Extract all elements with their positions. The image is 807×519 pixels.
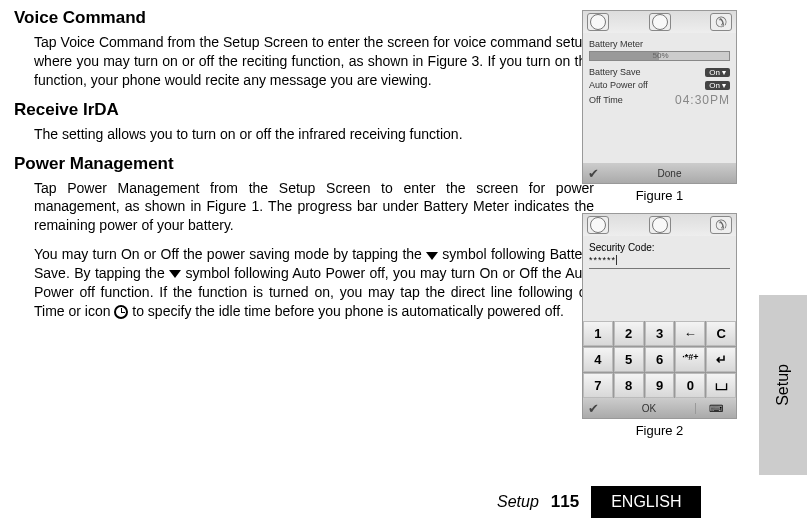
figure-2-caption: Figure 2 [582,423,737,438]
figure-2-phone: ✆ Security Code: ****** 1 2 3 ← C 4 5 6 … [582,213,737,419]
call-icon[interactable]: ✆ [710,216,732,234]
figure-1-caption: Figure 1 [582,188,737,203]
key-0[interactable]: 0 [675,373,705,398]
security-code-label: Security Code: [589,242,730,253]
face-icon[interactable] [649,216,671,234]
power-management-paragraph-1: Tap Power Management from the Setup Scre… [34,179,594,236]
key-backspace[interactable]: ← [675,321,705,346]
battery-meter-label: Battery Meter [589,39,730,49]
receive-irda-heading: Receive IrDA [14,100,594,120]
phone-statusbar: ✆ [583,11,736,33]
key-9[interactable]: 9 [645,373,675,398]
off-time-value[interactable]: 04:30PM [675,93,730,107]
battery-meter-bar: 50% [589,51,730,61]
receive-irda-paragraph: The setting allows you to turn on or off… [34,125,594,144]
key-3[interactable]: 3 [645,321,675,346]
home-icon[interactable] [587,13,609,31]
done-button[interactable]: Done [603,168,736,179]
battery-save-label: Battery Save [589,67,641,77]
ok-button[interactable]: OK [603,403,696,414]
checkmark-icon[interactable]: ✔ [583,163,603,183]
voice-command-paragraph: Tap Voice Command from the Setup Screen … [34,33,594,90]
key-5[interactable]: 5 [614,347,644,372]
keyboard-icon[interactable]: ⌨ [696,403,736,414]
key-space[interactable]: ⌴ [706,373,736,398]
off-time-label: Off Time [589,95,623,105]
power-management-heading: Power Management [14,154,594,174]
security-code-input[interactable]: ****** [589,255,730,269]
page-footer: Setup 115 ENGLISH [497,485,807,519]
key-7[interactable]: 7 [583,373,613,398]
footer-language: ENGLISH [591,486,701,518]
face-icon[interactable] [649,13,671,31]
auto-power-off-label: Auto Power off [589,80,648,90]
call-icon[interactable]: ✆ [710,13,732,31]
down-triangle-icon [426,252,438,260]
phone-statusbar: ✆ [583,214,736,236]
key-symbols[interactable]: ·*#+ [675,347,705,372]
key-8[interactable]: 8 [614,373,644,398]
footer-page-number: 115 [551,492,579,512]
home-icon[interactable] [587,216,609,234]
key-1[interactable]: 1 [583,321,613,346]
auto-power-off-select[interactable]: On [705,81,730,90]
power-management-paragraph-2: You may turn On or Off the power saving … [34,245,594,321]
down-triangle-icon [169,270,181,278]
figure-1-phone: ✆ Battery Meter 50% Battery Save On Auto… [582,10,737,184]
key-enter[interactable]: ↵ [706,347,736,372]
key-6[interactable]: 6 [645,347,675,372]
section-tab: Setup [759,295,807,475]
voice-command-heading: Voice Command [14,8,594,28]
key-2[interactable]: 2 [614,321,644,346]
numeric-keypad: 1 2 3 ← C 4 5 6 ·*#+ ↵ 7 8 9 0 ⌴ [583,321,736,398]
clock-icon [114,305,128,319]
key-4[interactable]: 4 [583,347,613,372]
battery-save-select[interactable]: On [705,68,730,77]
checkmark-icon[interactable]: ✔ [583,398,603,418]
footer-section: Setup [497,493,539,511]
key-clear[interactable]: C [706,321,736,346]
